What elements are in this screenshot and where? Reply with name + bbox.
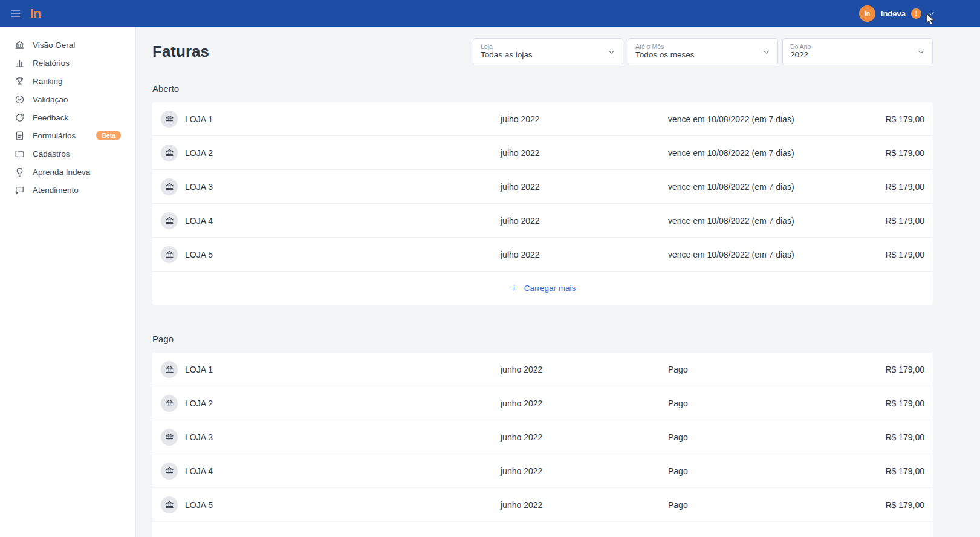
sidebar-item-formularios[interactable]: Formulários Beta xyxy=(0,126,135,145)
store-avatar xyxy=(161,395,178,412)
invoice-month: julho 2022 xyxy=(501,182,668,192)
invoice-status: Pago xyxy=(668,466,885,476)
table-row[interactable]: LOJA 2 julho 2022 vence em 10/08/2022 (e… xyxy=(152,136,933,170)
avatar: In xyxy=(859,5,875,22)
invoice-status: Pago xyxy=(668,365,885,374)
store-avatar xyxy=(161,212,178,229)
store-filter[interactable]: Loja Todas as lojas xyxy=(473,38,623,65)
sidebar-item-label: Ranking xyxy=(33,77,63,86)
sidebar-item-label: Atendimento xyxy=(33,186,79,195)
filter-value: Todos os meses xyxy=(635,51,758,60)
invoice-month: junho 2022 xyxy=(501,466,668,476)
invoice-status: Pago xyxy=(668,500,885,510)
page-header: Faturas Loja Todas as lojas Até o Mês To… xyxy=(152,38,933,65)
store-avatar xyxy=(161,145,178,161)
bar-chart-icon xyxy=(15,58,25,68)
store-name: LOJA 1 xyxy=(185,365,501,374)
bank-icon xyxy=(165,365,174,374)
invoice-month: julho 2022 xyxy=(501,216,668,226)
invoice-amount: R$ 179,00 xyxy=(885,500,924,510)
bank-icon xyxy=(165,148,174,157)
plus-icon xyxy=(510,284,519,293)
bank-icon xyxy=(165,399,174,408)
invoice-amount: R$ 179,00 xyxy=(885,216,924,226)
invoice-month: junho 2022 xyxy=(501,365,668,374)
table-row[interactable]: LOJA 1 junho 2022 Pago R$ 179,00 xyxy=(152,353,933,386)
invoice-status: Pago xyxy=(668,399,885,408)
table-row[interactable]: LOJA 5 julho 2022 vence em 10/08/2022 (e… xyxy=(152,238,933,272)
store-avatar xyxy=(161,178,178,195)
notification-badge[interactable]: ! xyxy=(911,8,921,19)
menu-icon[interactable] xyxy=(10,7,22,19)
chevron-down-icon xyxy=(762,47,771,56)
invoice-amount: R$ 179,00 xyxy=(885,148,924,158)
invoice-status: Pago xyxy=(668,432,885,442)
store-avatar xyxy=(161,429,178,446)
topbar: In In Indeva ! xyxy=(0,0,980,27)
main-content: Faturas Loja Todas as lojas Até o Mês To… xyxy=(136,27,980,537)
sidebar-item-label: Relatórios xyxy=(33,59,70,68)
check-circle-icon xyxy=(15,94,25,105)
app-body: Visão Geral Relatórios Ranking Validação… xyxy=(0,27,980,537)
invoice-status: vence em 10/08/2022 (em 7 dias) xyxy=(668,216,885,226)
invoice-list-paid: LOJA 1 junho 2022 Pago R$ 179,00 LOJA 2 … xyxy=(152,353,933,537)
section-heading: Aberto xyxy=(152,83,933,94)
sidebar-item-label: Validação xyxy=(33,95,68,104)
table-row[interactable]: LOJA 4 junho 2022 Pago R$ 179,00 xyxy=(152,454,933,488)
filter-label: Até o Mês xyxy=(635,44,758,50)
table-row[interactable]: LOJA 2 junho 2022 Pago R$ 179,00 xyxy=(152,386,933,420)
store-name: LOJA 5 xyxy=(185,250,501,259)
store-avatar xyxy=(161,246,178,263)
sidebar-item-label: Visão Geral xyxy=(33,41,75,50)
table-row[interactable]: LOJA 1 julho 2022 vence em 10/08/2022 (e… xyxy=(152,102,933,136)
folder-icon xyxy=(15,149,25,159)
bank-icon xyxy=(165,466,174,475)
invoice-status: vence em 10/08/2022 (em 7 dias) xyxy=(668,114,885,124)
sidebar-item-feedback[interactable]: Feedback xyxy=(0,108,135,126)
invoice-status: vence em 10/08/2022 (em 7 dias) xyxy=(668,182,885,192)
sidebar-item-atendimento[interactable]: Atendimento xyxy=(0,181,135,199)
invoice-month: junho 2022 xyxy=(501,500,668,510)
sidebar-item-validacao[interactable]: Validação xyxy=(0,90,135,108)
sidebar-item-label: Formulários xyxy=(33,131,76,140)
sidebar-item-visao-geral[interactable]: Visão Geral xyxy=(0,36,135,54)
sidebar-item-relatorios[interactable]: Relatórios xyxy=(0,54,135,72)
store-name: LOJA 4 xyxy=(185,216,501,226)
store-name: LOJA 2 xyxy=(185,399,501,408)
month-filter[interactable]: Até o Mês Todos os meses xyxy=(628,38,778,65)
invoice-amount: R$ 179,00 xyxy=(885,466,924,476)
sidebar-item-cadastros[interactable]: Cadastros xyxy=(0,145,135,163)
store-name: LOJA 5 xyxy=(185,500,501,510)
user-menu[interactable]: In Indeva ! xyxy=(859,5,936,22)
invoice-month: julho 2022 xyxy=(501,114,668,124)
year-filter[interactable]: Do Ano 2022 xyxy=(782,38,933,65)
invoice-month: junho 2022 xyxy=(501,399,668,408)
building-icon xyxy=(15,40,25,50)
filter-label: Do Ano xyxy=(790,44,913,50)
section-pago: Pago LOJA 1 junho 2022 Pago R$ 179,00 LO… xyxy=(152,334,933,537)
invoice-month: julho 2022 xyxy=(501,250,668,259)
store-name: LOJA 4 xyxy=(185,466,501,476)
table-row[interactable]: LOJA 3 junho 2022 Pago R$ 179,00 xyxy=(152,420,933,454)
bank-icon xyxy=(165,216,174,225)
table-row[interactable]: LOJA 4 julho 2022 vence em 10/08/2022 (e… xyxy=(152,204,933,238)
store-avatar xyxy=(161,496,178,513)
sidebar-item-label: Cadastros xyxy=(33,149,70,158)
bank-icon xyxy=(165,182,174,191)
invoice-list-open: LOJA 1 julho 2022 vence em 10/08/2022 (e… xyxy=(152,102,933,305)
invoice-amount: R$ 179,00 xyxy=(885,432,924,442)
sidebar-item-aprenda-indeva[interactable]: Aprenda Indeva xyxy=(0,163,135,181)
page-title: Faturas xyxy=(152,42,209,61)
logo[interactable]: In xyxy=(30,7,41,19)
invoice-amount: R$ 179,00 xyxy=(885,182,924,192)
chevron-down-icon xyxy=(607,47,616,56)
invoice-month: junho 2022 xyxy=(501,432,668,442)
filter-value: Todas as lojas xyxy=(481,51,603,60)
table-row[interactable]: LOJA 3 julho 2022 vence em 10/08/2022 (e… xyxy=(152,170,933,204)
invoice-amount: R$ 179,00 xyxy=(885,114,924,124)
sidebar-item-ranking[interactable]: Ranking xyxy=(0,72,135,90)
table-row[interactable]: LOJA 5 junho 2022 Pago R$ 179,00 xyxy=(152,488,933,522)
store-avatar xyxy=(161,463,178,480)
load-more-button[interactable]: Carregar mais xyxy=(152,272,933,305)
invoice-amount: R$ 179,00 xyxy=(885,399,924,408)
